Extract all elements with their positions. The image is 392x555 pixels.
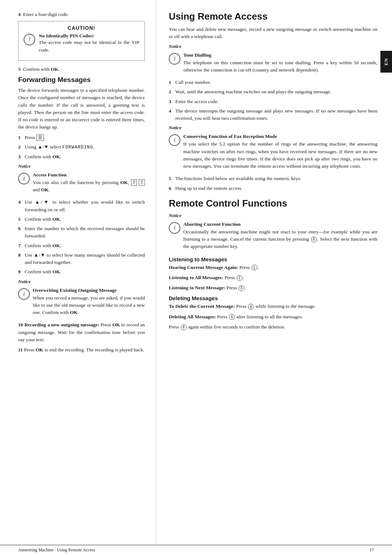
conserving-title: Conserving Function of Fax Reception Mod… bbox=[183, 134, 377, 139]
remote-steps-1: 1 Call your number. 2 Wait, until the an… bbox=[169, 79, 377, 122]
listening-title: Listening to Messages bbox=[169, 256, 377, 262]
step-8: 8 Use ▲/▼ to select how many messages sh… bbox=[18, 252, 145, 266]
step-5b: 5 Confirm with OK. bbox=[18, 216, 145, 223]
caution-inner: ! No Identically PIN Codes! The access c… bbox=[24, 33, 139, 57]
remote-step-1: 1 Call your number. bbox=[169, 79, 377, 86]
step-3: 3 Confirm with OK. bbox=[18, 153, 145, 160]
notice-conserving-content: Conserving Function of Fax Reception Mod… bbox=[183, 134, 377, 171]
caution-box: CAUTION! ! No Identically PIN Codes! The… bbox=[18, 21, 145, 61]
overwrite-title: Overwriting Existing Outgoing Message bbox=[33, 287, 145, 293]
caution-text: The access code may not be identical to … bbox=[39, 39, 139, 54]
using-remote-body: You can hear and delete new messages, re… bbox=[169, 26, 377, 41]
menu-key: ☰ bbox=[36, 134, 44, 141]
notice-overwrite-content: Overwriting Existing Outgoing Message Wh… bbox=[33, 287, 145, 318]
notice-aborting: i Aborting Current Function Occasionally… bbox=[169, 221, 377, 252]
caution-icon: ! bbox=[24, 34, 35, 45]
circle-6c: 6 bbox=[181, 325, 187, 330]
notice-tone-content: Tone Dialling The telephone on this conn… bbox=[183, 52, 377, 76]
key-7b: 7 bbox=[139, 179, 145, 186]
step4-intro: 4 Enter a four-digit code. bbox=[18, 11, 145, 18]
notice-access: i Access Function You can also call the … bbox=[18, 172, 145, 195]
page: 4 Enter a four-digit code. CAUTION! ! No… bbox=[0, 0, 392, 555]
tone-dialling-body: The telephone on this connection must be… bbox=[183, 59, 377, 74]
footer: Answering Machine · Using Remote Access … bbox=[0, 545, 392, 555]
step-6: 6 Enter the number to which the received… bbox=[18, 225, 145, 240]
info-icon-1: i bbox=[18, 173, 30, 184]
remote-steps-2: 5 The functions listed below are availab… bbox=[169, 175, 377, 192]
remote-control-title: Remote Control Functions bbox=[169, 198, 377, 209]
circle-8: 8 bbox=[311, 237, 317, 242]
deleting-title: Deleting Messages bbox=[169, 295, 377, 301]
footer-right: 17 bbox=[369, 547, 374, 553]
access-function-body: You can also call the function by pressi… bbox=[33, 179, 145, 194]
step-list-1: 1 Press ☰. 2 Using ▲/▼ select FORWARDING… bbox=[18, 134, 145, 160]
forwarding-code: FORWARDING bbox=[62, 145, 93, 150]
info-icon-3: i bbox=[169, 53, 180, 65]
caution-subtitle: No Identically PIN Codes! bbox=[39, 33, 139, 39]
notice-conserving: i Conserving Function of Fax Reception M… bbox=[169, 134, 377, 171]
step-10: 10 Recording a new outgoing message: Pre… bbox=[18, 321, 145, 343]
caution-title: CAUTION! bbox=[24, 25, 139, 31]
notice-aborting-content: Aborting Current Function Occasionally t… bbox=[183, 221, 377, 252]
circle-2: 2 bbox=[237, 275, 242, 281]
step-list-2: 4 Use ▲/▼ to select whether you would li… bbox=[18, 199, 145, 276]
info-icon-4: i bbox=[169, 134, 180, 146]
tone-dialling-title: Tone Dialling bbox=[183, 52, 377, 58]
notice-overwrite: i Overwriting Existing Outgoing Message … bbox=[18, 287, 145, 318]
circle-6a: 6 bbox=[248, 304, 254, 310]
aborting-title: Aborting Current Function bbox=[183, 221, 377, 227]
aborting-body: Occasionally the answering machine might… bbox=[183, 228, 377, 250]
circle-3: 3 bbox=[238, 285, 244, 291]
notice-access-content: Access Function You can also call the fu… bbox=[33, 172, 145, 195]
conserving-body: If you select the 5/2 option for the num… bbox=[183, 140, 377, 170]
listening-next: Listening to Next Message: Press 3. bbox=[169, 284, 377, 291]
notice-overwrite-label: Notice bbox=[18, 279, 145, 285]
footer-left: Answering Machine · Using Remote Access bbox=[18, 547, 95, 553]
step5: 5 Confirm with OK. bbox=[18, 66, 145, 73]
overwrite-body: When you record a message, you are asked… bbox=[33, 294, 145, 317]
delete-current: To Delete the Current Message: Press 6 w… bbox=[169, 303, 377, 310]
right-column: EN Using Remote Access You can hear and … bbox=[156, 0, 392, 545]
step-1: 1 Press ☰. bbox=[18, 134, 145, 141]
remote-step-3: 3 Enter the access code. bbox=[169, 98, 377, 105]
notice-access-label: Notice bbox=[18, 163, 145, 169]
using-remote-title: Using Remote Access bbox=[169, 11, 377, 22]
en-tab: EN bbox=[380, 51, 392, 73]
access-function-title: Access Function bbox=[33, 172, 145, 178]
step-11: 11 Press OK to end the recording. The re… bbox=[18, 346, 145, 354]
notice-tone: i Tone Dialling The telephone on this co… bbox=[169, 52, 377, 76]
info-icon-5: i bbox=[169, 222, 180, 234]
remote-step-6: 6 Hang up to end the remote access. bbox=[169, 185, 377, 192]
remote-step-5: 5 The functions listed below are availab… bbox=[169, 175, 377, 182]
delete-confirm: Press 6 again within five seconds to con… bbox=[169, 323, 377, 331]
caution-body: No Identically PIN Codes! The access cod… bbox=[39, 33, 139, 57]
step-7: 7 Confirm with OK. bbox=[18, 242, 145, 249]
remote-step-4: 4 The device interrupts the outgoing mes… bbox=[169, 107, 377, 122]
left-column: 4 Enter a four-digit code. CAUTION! ! No… bbox=[0, 0, 156, 545]
remote-step-2: 2 Wait, until the answering machine swit… bbox=[169, 88, 377, 95]
step-9: 9 Confirm with OK. bbox=[18, 268, 145, 276]
listening-all: Listening to All Messages: Press 2. bbox=[169, 274, 377, 281]
notice-conserving-label: Notice bbox=[169, 125, 377, 131]
notice-aborting-label: Notice bbox=[169, 213, 377, 219]
hearing-current: Hearing Current Message Again: Press 1. bbox=[169, 264, 377, 271]
forwarding-heading: Forwarding Messages bbox=[18, 76, 145, 84]
step-2: 2 Using ▲/▼ select FORWARDING. bbox=[18, 143, 145, 151]
key-7a: 7 bbox=[131, 179, 137, 186]
info-icon-2: i bbox=[18, 288, 30, 300]
delete-all: Deleting All Messages: Press 6 after lis… bbox=[169, 313, 377, 321]
forwarding-body: The device forwards messages to a specif… bbox=[18, 87, 145, 131]
circle-6b: 6 bbox=[229, 314, 235, 320]
content-area: 4 Enter a four-digit code. CAUTION! ! No… bbox=[0, 0, 392, 545]
step-4b: 4 Use ▲/▼ to select whether you would li… bbox=[18, 199, 145, 213]
circle-1: 1 bbox=[252, 265, 257, 270]
notice-tone-label: Notice bbox=[169, 44, 377, 49]
